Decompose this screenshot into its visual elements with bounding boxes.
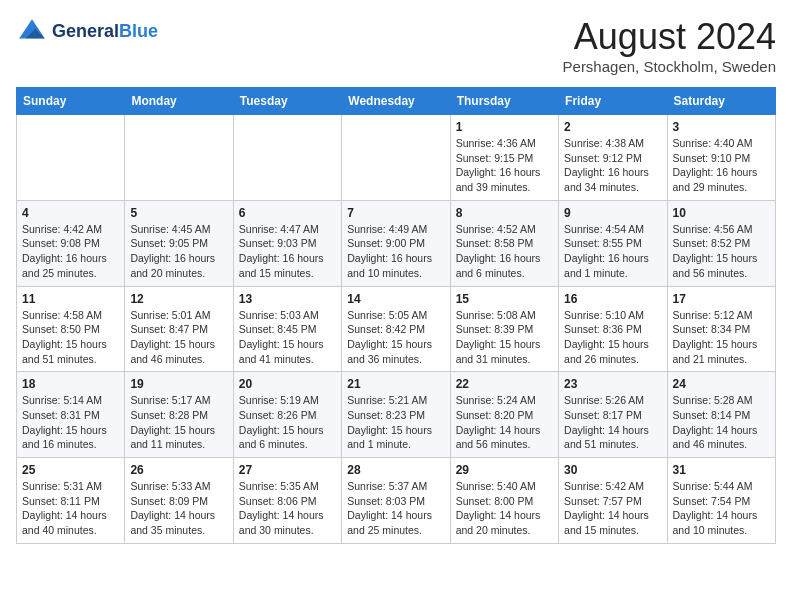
calendar-day-cell [342, 115, 450, 201]
day-number: 15 [456, 292, 553, 306]
calendar-day-cell: 31Sunrise: 5:44 AM Sunset: 7:54 PM Dayli… [667, 458, 775, 544]
calendar-day-cell: 7Sunrise: 4:49 AM Sunset: 9:00 PM Daylig… [342, 200, 450, 286]
day-number: 24 [673, 377, 770, 391]
calendar-day-cell: 18Sunrise: 5:14 AM Sunset: 8:31 PM Dayli… [17, 372, 125, 458]
day-number: 28 [347, 463, 444, 477]
day-info: Sunrise: 5:42 AM Sunset: 7:57 PM Dayligh… [564, 479, 661, 538]
calendar-week-row: 18Sunrise: 5:14 AM Sunset: 8:31 PM Dayli… [17, 372, 776, 458]
day-info: Sunrise: 5:24 AM Sunset: 8:20 PM Dayligh… [456, 393, 553, 452]
calendar-day-cell: 15Sunrise: 5:08 AM Sunset: 8:39 PM Dayli… [450, 286, 558, 372]
calendar-day-cell: 25Sunrise: 5:31 AM Sunset: 8:11 PM Dayli… [17, 458, 125, 544]
day-info: Sunrise: 4:56 AM Sunset: 8:52 PM Dayligh… [673, 222, 770, 281]
day-number: 16 [564, 292, 661, 306]
day-number: 10 [673, 206, 770, 220]
calendar-week-row: 11Sunrise: 4:58 AM Sunset: 8:50 PM Dayli… [17, 286, 776, 372]
day-number: 22 [456, 377, 553, 391]
weekday-header-cell: Monday [125, 88, 233, 115]
day-number: 4 [22, 206, 119, 220]
day-info: Sunrise: 5:05 AM Sunset: 8:42 PM Dayligh… [347, 308, 444, 367]
day-number: 7 [347, 206, 444, 220]
calendar-day-cell: 1Sunrise: 4:36 AM Sunset: 9:15 PM Daylig… [450, 115, 558, 201]
day-info: Sunrise: 5:31 AM Sunset: 8:11 PM Dayligh… [22, 479, 119, 538]
day-info: Sunrise: 5:14 AM Sunset: 8:31 PM Dayligh… [22, 393, 119, 452]
weekday-header-cell: Friday [559, 88, 667, 115]
calendar-day-cell: 24Sunrise: 5:28 AM Sunset: 8:14 PM Dayli… [667, 372, 775, 458]
day-info: Sunrise: 5:21 AM Sunset: 8:23 PM Dayligh… [347, 393, 444, 452]
day-info: Sunrise: 5:40 AM Sunset: 8:00 PM Dayligh… [456, 479, 553, 538]
day-number: 18 [22, 377, 119, 391]
calendar-day-cell: 14Sunrise: 5:05 AM Sunset: 8:42 PM Dayli… [342, 286, 450, 372]
calendar-day-cell: 9Sunrise: 4:54 AM Sunset: 8:55 PM Daylig… [559, 200, 667, 286]
day-number: 17 [673, 292, 770, 306]
calendar-day-cell: 8Sunrise: 4:52 AM Sunset: 8:58 PM Daylig… [450, 200, 558, 286]
calendar-day-cell: 30Sunrise: 5:42 AM Sunset: 7:57 PM Dayli… [559, 458, 667, 544]
day-number: 6 [239, 206, 336, 220]
calendar-day-cell: 20Sunrise: 5:19 AM Sunset: 8:26 PM Dayli… [233, 372, 341, 458]
day-number: 2 [564, 120, 661, 134]
calendar-day-cell: 12Sunrise: 5:01 AM Sunset: 8:47 PM Dayli… [125, 286, 233, 372]
calendar-day-cell: 23Sunrise: 5:26 AM Sunset: 8:17 PM Dayli… [559, 372, 667, 458]
day-number: 13 [239, 292, 336, 306]
day-number: 11 [22, 292, 119, 306]
day-info: Sunrise: 5:12 AM Sunset: 8:34 PM Dayligh… [673, 308, 770, 367]
day-number: 12 [130, 292, 227, 306]
calendar-day-cell: 21Sunrise: 5:21 AM Sunset: 8:23 PM Dayli… [342, 372, 450, 458]
day-number: 30 [564, 463, 661, 477]
calendar-subtitle: Pershagen, Stockholm, Sweden [563, 58, 776, 75]
calendar-day-cell [233, 115, 341, 201]
calendar-day-cell: 5Sunrise: 4:45 AM Sunset: 9:05 PM Daylig… [125, 200, 233, 286]
day-info: Sunrise: 4:58 AM Sunset: 8:50 PM Dayligh… [22, 308, 119, 367]
day-info: Sunrise: 4:40 AM Sunset: 9:10 PM Dayligh… [673, 136, 770, 195]
logo: GeneralBlue [16, 16, 158, 48]
day-info: Sunrise: 4:49 AM Sunset: 9:00 PM Dayligh… [347, 222, 444, 281]
day-info: Sunrise: 4:36 AM Sunset: 9:15 PM Dayligh… [456, 136, 553, 195]
calendar-day-cell: 17Sunrise: 5:12 AM Sunset: 8:34 PM Dayli… [667, 286, 775, 372]
day-info: Sunrise: 5:44 AM Sunset: 7:54 PM Dayligh… [673, 479, 770, 538]
calendar-week-row: 4Sunrise: 4:42 AM Sunset: 9:08 PM Daylig… [17, 200, 776, 286]
title-block: August 2024 Pershagen, Stockholm, Sweden [563, 16, 776, 75]
day-info: Sunrise: 4:47 AM Sunset: 9:03 PM Dayligh… [239, 222, 336, 281]
day-info: Sunrise: 5:19 AM Sunset: 8:26 PM Dayligh… [239, 393, 336, 452]
weekday-header-row: SundayMondayTuesdayWednesdayThursdayFrid… [17, 88, 776, 115]
calendar-day-cell: 10Sunrise: 4:56 AM Sunset: 8:52 PM Dayli… [667, 200, 775, 286]
day-info: Sunrise: 5:37 AM Sunset: 8:03 PM Dayligh… [347, 479, 444, 538]
calendar-week-row: 1Sunrise: 4:36 AM Sunset: 9:15 PM Daylig… [17, 115, 776, 201]
calendar-day-cell: 26Sunrise: 5:33 AM Sunset: 8:09 PM Dayli… [125, 458, 233, 544]
logo-icon [16, 16, 48, 48]
page-header: GeneralBlue August 2024 Pershagen, Stock… [16, 16, 776, 75]
calendar-week-row: 25Sunrise: 5:31 AM Sunset: 8:11 PM Dayli… [17, 458, 776, 544]
weekday-header-cell: Saturday [667, 88, 775, 115]
day-number: 14 [347, 292, 444, 306]
day-info: Sunrise: 5:08 AM Sunset: 8:39 PM Dayligh… [456, 308, 553, 367]
day-number: 21 [347, 377, 444, 391]
calendar-day-cell [17, 115, 125, 201]
calendar-day-cell [125, 115, 233, 201]
weekday-header-cell: Tuesday [233, 88, 341, 115]
day-number: 29 [456, 463, 553, 477]
calendar-day-cell: 4Sunrise: 4:42 AM Sunset: 9:08 PM Daylig… [17, 200, 125, 286]
logo-text: GeneralBlue [52, 22, 158, 42]
day-number: 8 [456, 206, 553, 220]
calendar-day-cell: 19Sunrise: 5:17 AM Sunset: 8:28 PM Dayli… [125, 372, 233, 458]
calendar-day-cell: 6Sunrise: 4:47 AM Sunset: 9:03 PM Daylig… [233, 200, 341, 286]
day-info: Sunrise: 5:01 AM Sunset: 8:47 PM Dayligh… [130, 308, 227, 367]
day-number: 26 [130, 463, 227, 477]
calendar-table: SundayMondayTuesdayWednesdayThursdayFrid… [16, 87, 776, 544]
weekday-header-cell: Thursday [450, 88, 558, 115]
calendar-day-cell: 29Sunrise: 5:40 AM Sunset: 8:00 PM Dayli… [450, 458, 558, 544]
day-number: 1 [456, 120, 553, 134]
calendar-body: 1Sunrise: 4:36 AM Sunset: 9:15 PM Daylig… [17, 115, 776, 544]
day-number: 27 [239, 463, 336, 477]
calendar-day-cell: 28Sunrise: 5:37 AM Sunset: 8:03 PM Dayli… [342, 458, 450, 544]
day-info: Sunrise: 5:33 AM Sunset: 8:09 PM Dayligh… [130, 479, 227, 538]
day-number: 19 [130, 377, 227, 391]
day-info: Sunrise: 5:17 AM Sunset: 8:28 PM Dayligh… [130, 393, 227, 452]
calendar-day-cell: 16Sunrise: 5:10 AM Sunset: 8:36 PM Dayli… [559, 286, 667, 372]
day-info: Sunrise: 4:45 AM Sunset: 9:05 PM Dayligh… [130, 222, 227, 281]
calendar-day-cell: 27Sunrise: 5:35 AM Sunset: 8:06 PM Dayli… [233, 458, 341, 544]
day-number: 9 [564, 206, 661, 220]
day-info: Sunrise: 5:10 AM Sunset: 8:36 PM Dayligh… [564, 308, 661, 367]
day-number: 20 [239, 377, 336, 391]
calendar-day-cell: 22Sunrise: 5:24 AM Sunset: 8:20 PM Dayli… [450, 372, 558, 458]
calendar-day-cell: 11Sunrise: 4:58 AM Sunset: 8:50 PM Dayli… [17, 286, 125, 372]
